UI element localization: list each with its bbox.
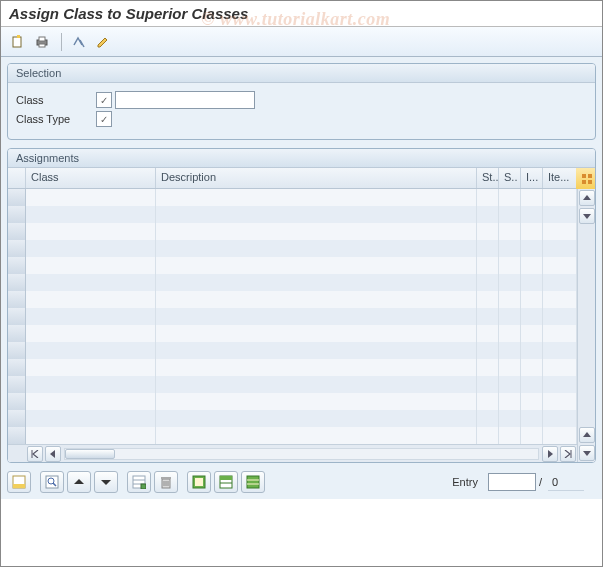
select-block-icon[interactable] [187,471,211,493]
cell-i[interactable] [521,189,543,206]
cell-description[interactable] [156,240,477,257]
grid-header-class[interactable]: Class [26,168,156,188]
cell-status[interactable] [477,291,499,308]
table-row[interactable] [8,427,577,444]
select-all-icon[interactable] [7,471,31,493]
cell-status[interactable] [477,206,499,223]
row-selector[interactable] [8,189,26,206]
table-row[interactable] [8,223,577,240]
row-selector[interactable] [8,410,26,427]
cell-description[interactable] [156,359,477,376]
cell-status[interactable] [477,274,499,291]
cell-i[interactable] [521,274,543,291]
cell-i[interactable] [521,359,543,376]
cell-status[interactable] [477,427,499,444]
cell-description[interactable] [156,206,477,223]
row-selector[interactable] [8,223,26,240]
cell-s[interactable] [499,291,521,308]
cell-s[interactable] [499,257,521,274]
cell-status[interactable] [477,410,499,427]
cell-i[interactable] [521,342,543,359]
cell-status[interactable] [477,376,499,393]
cell-item[interactable] [543,291,577,308]
table-row[interactable] [8,274,577,291]
cell-item[interactable] [543,410,577,427]
cell-item[interactable] [543,359,577,376]
cell-s[interactable] [499,240,521,257]
grid-header-selector[interactable] [8,168,26,188]
table-row[interactable] [8,291,577,308]
scroll-right-icon[interactable] [542,446,558,462]
scroll-left-icon[interactable] [45,446,61,462]
new-icon[interactable] [7,31,29,53]
cell-item[interactable] [543,257,577,274]
table-row[interactable] [8,325,577,342]
copy-block-icon[interactable] [241,471,265,493]
scroll-up-2-icon[interactable] [579,427,595,443]
table-row[interactable] [8,308,577,325]
row-selector[interactable] [8,359,26,376]
cell-item[interactable] [543,223,577,240]
entry-current-input[interactable] [488,473,536,491]
scroll-down-2-icon[interactable] [579,445,595,461]
grid-horizontal-scrollbar[interactable] [8,444,577,462]
cell-description[interactable] [156,257,477,274]
grid-header-description[interactable]: Description [156,168,477,188]
table-row[interactable] [8,376,577,393]
class-required-indicator[interactable]: ✓ [96,92,112,108]
cell-class[interactable] [26,393,156,410]
cell-item[interactable] [543,325,577,342]
cell-s[interactable] [499,376,521,393]
class-input[interactable] [115,91,255,109]
row-selector[interactable] [8,325,26,342]
cell-item[interactable] [543,189,577,206]
cell-description[interactable] [156,342,477,359]
cell-class[interactable] [26,325,156,342]
scroll-right-last-icon[interactable] [560,446,576,462]
pencil-icon[interactable] [92,31,114,53]
grid-header-i[interactable]: I... [521,168,543,188]
find-icon[interactable] [40,471,64,493]
row-selector[interactable] [8,308,26,325]
table-row[interactable] [8,189,577,206]
grid-vertical-scrollbar[interactable] [577,168,595,462]
cell-description[interactable] [156,274,477,291]
scroll-up-icon[interactable] [579,190,595,206]
cell-i[interactable] [521,223,543,240]
cell-class[interactable] [26,223,156,240]
cell-status[interactable] [477,189,499,206]
insert-row-icon[interactable] [127,471,151,493]
cell-s[interactable] [499,206,521,223]
row-selector[interactable] [8,206,26,223]
cell-i[interactable] [521,393,543,410]
row-selector[interactable] [8,427,26,444]
cell-description[interactable] [156,223,477,240]
cell-class[interactable] [26,274,156,291]
cell-class[interactable] [26,410,156,427]
cell-status[interactable] [477,342,499,359]
cell-s[interactable] [499,308,521,325]
cell-status[interactable] [477,325,499,342]
row-selector[interactable] [8,274,26,291]
cell-item[interactable] [543,308,577,325]
cell-status[interactable] [477,393,499,410]
cell-s[interactable] [499,274,521,291]
scroll-left-first-icon[interactable] [27,446,43,462]
print-icon[interactable] [31,31,53,53]
grid-header-s[interactable]: S.. [499,168,521,188]
cell-item[interactable] [543,206,577,223]
cell-s[interactable] [499,359,521,376]
cell-description[interactable] [156,393,477,410]
cell-s[interactable] [499,427,521,444]
cell-class[interactable] [26,240,156,257]
cell-class[interactable] [26,189,156,206]
sort-desc-icon[interactable] [67,471,91,493]
cell-i[interactable] [521,427,543,444]
class-type-required-indicator[interactable]: ✓ [96,111,112,127]
cell-description[interactable] [156,308,477,325]
table-row[interactable] [8,206,577,223]
cell-class[interactable] [26,257,156,274]
h-scroll-track[interactable] [64,448,539,460]
cell-description[interactable] [156,189,477,206]
row-selector[interactable] [8,376,26,393]
